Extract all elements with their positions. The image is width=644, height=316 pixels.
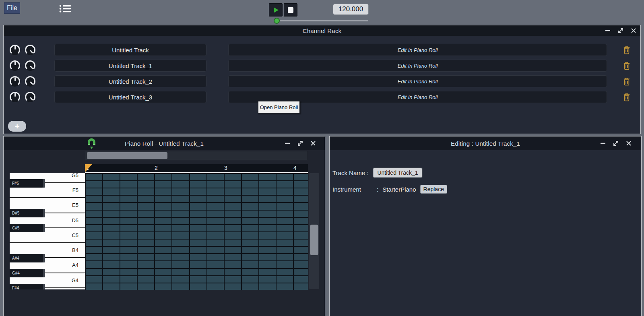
timeline-ruler[interactable]: 1 2 3 4 <box>85 164 308 173</box>
piano-roll-hscrollbar[interactable] <box>85 151 308 160</box>
file-menu-button[interactable]: File <box>4 2 20 14</box>
pan-knob[interactable] <box>25 92 35 102</box>
top-toolbar: File <box>0 0 644 25</box>
channel-row: Untitled Track_1 Edit In Piano Roll <box>4 60 640 72</box>
white-key-label: G5 <box>72 173 78 178</box>
track-name-button[interactable]: Untitled Track <box>54 44 206 56</box>
instrument-colon: : <box>377 186 378 193</box>
white-key-label: C5 <box>72 232 78 238</box>
timeline-bar-number: 4 <box>293 165 297 171</box>
window-title: Channel Rack <box>4 27 640 34</box>
window-controls <box>284 136 317 150</box>
black-key[interactable]: G#4 <box>10 269 45 277</box>
trash-icon <box>623 45 630 55</box>
delete-track-button[interactable] <box>623 45 630 55</box>
replace-instrument-button[interactable]: Replace <box>420 185 447 194</box>
knob-indicator <box>25 91 36 103</box>
trash-icon <box>623 93 630 102</box>
window-controls <box>599 136 632 150</box>
volume-knob[interactable] <box>10 92 20 102</box>
track-name-button[interactable]: Untitled Track_2 <box>54 75 206 87</box>
piano-roll-vscrollbar[interactable] <box>309 173 319 289</box>
maximize-button[interactable] <box>617 27 624 34</box>
vscroll-thumb[interactable] <box>310 225 318 255</box>
knob-indicator <box>11 93 19 101</box>
channel-rack-titlebar[interactable]: Channel Rack <box>4 25 640 36</box>
close-icon <box>310 140 316 147</box>
trash-icon <box>623 77 630 86</box>
edit-in-piano-roll-button[interactable]: Edit In Piano Roll <box>228 60 607 72</box>
black-key-label: A#4 <box>12 256 19 260</box>
pan-knob[interactable] <box>25 60 35 71</box>
minimize-icon <box>284 140 291 147</box>
minimize-button[interactable] <box>604 27 611 34</box>
window-title: Piano Roll - Untitled Track_1 <box>4 140 325 147</box>
black-key-label: F#5 <box>12 181 19 186</box>
white-key-label: B4 <box>72 247 78 253</box>
knob-indicator <box>11 46 19 54</box>
volume-knob[interactable] <box>10 45 20 55</box>
volume-knob[interactable] <box>10 76 20 87</box>
delete-track-button[interactable] <box>623 93 630 102</box>
close-icon <box>630 27 637 34</box>
black-key-label: G#4 <box>12 271 20 275</box>
piano-roll-titlebar[interactable]: Piano Roll - Untitled Track_1 <box>4 136 325 150</box>
slider-thumb[interactable] <box>274 18 280 24</box>
add-track-button[interactable]: + <box>8 121 26 132</box>
minimize-icon <box>605 27 611 34</box>
white-key-label: E5 <box>72 202 78 208</box>
close-button[interactable] <box>625 140 632 147</box>
piano-roll-window: Piano Roll - Untitled Track_1 1 <box>3 136 325 316</box>
timeline-bar-number: 3 <box>224 165 227 171</box>
black-key[interactable]: D#5 <box>10 209 45 217</box>
bpm-input[interactable] <box>333 4 369 15</box>
track-name-input[interactable] <box>373 168 422 178</box>
track-name-button[interactable]: Untitled Track_1 <box>54 60 206 72</box>
window-title: Editing : Untitled Track_1 <box>330 140 641 147</box>
stop-icon <box>288 7 293 13</box>
open-piano-roll-tooltip: Open Piano Roll <box>258 101 300 114</box>
trash-icon <box>623 61 630 70</box>
playhead-marker[interactable] <box>85 164 92 172</box>
delete-track-button[interactable] <box>623 77 630 86</box>
white-key-label: F5 <box>72 187 78 193</box>
channel-rack-content: Untitled Track Edit In Piano Roll Untitl… <box>4 36 640 134</box>
maximize-icon <box>297 140 303 147</box>
instrument-row: Instrument : StarterPiano Replace <box>332 185 447 194</box>
edit-in-piano-roll-button[interactable]: Edit In Piano Roll <box>228 44 607 56</box>
minimize-button[interactable] <box>599 140 607 147</box>
slider-track[interactable] <box>275 21 368 21</box>
channel-row: Untitled Track Edit In Piano Roll <box>4 44 640 56</box>
close-button[interactable] <box>310 140 317 147</box>
tempo-slider[interactable] <box>274 17 369 24</box>
channel-row: Untitled Track_3 Edit In Piano Roll <box>4 91 640 103</box>
track-name-button[interactable]: Untitled Track_3 <box>54 91 206 103</box>
edit-in-piano-roll-button[interactable]: Edit In Piano Roll <box>228 75 607 87</box>
black-key[interactable]: F#4 <box>10 284 45 289</box>
knob-indicator <box>11 62 19 70</box>
channel-rack-window: Channel Rack Untitle <box>3 25 641 134</box>
play-button[interactable] <box>269 3 283 17</box>
minimize-icon <box>600 140 606 147</box>
black-key-label: D#5 <box>12 211 19 215</box>
stop-button[interactable] <box>284 3 297 17</box>
knob-indicator <box>25 44 36 56</box>
delete-track-button[interactable] <box>623 61 630 70</box>
note-grid[interactable] <box>85 173 308 290</box>
pan-knob[interactable] <box>25 76 35 87</box>
volume-knob[interactable] <box>10 60 20 71</box>
minimize-button[interactable] <box>284 140 291 147</box>
editor-titlebar[interactable]: Editing : Untitled Track_1 <box>330 136 641 150</box>
maximize-button[interactable] <box>612 140 619 147</box>
maximize-button[interactable] <box>297 140 304 147</box>
black-key[interactable]: F#5 <box>10 179 45 188</box>
black-key[interactable]: C#5 <box>10 224 45 232</box>
white-key-label: G4 <box>72 277 78 283</box>
black-key-label: C#5 <box>12 226 19 230</box>
black-key[interactable]: A#4 <box>10 254 45 262</box>
white-key-label: A4 <box>72 262 78 268</box>
track-list-icon[interactable] <box>59 4 71 13</box>
close-button[interactable] <box>630 27 637 34</box>
hscroll-thumb[interactable] <box>87 152 167 159</box>
pan-knob[interactable] <box>25 45 35 55</box>
